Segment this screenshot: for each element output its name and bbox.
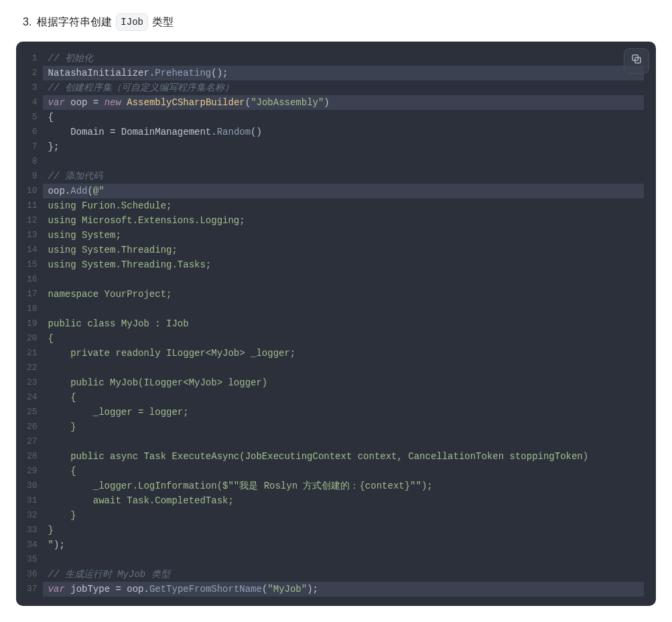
code-line: { [48, 331, 644, 346]
code-line: { [48, 390, 644, 405]
code-line: await Task.CompletedTask; [48, 493, 644, 508]
line-number: 8 [27, 154, 38, 169]
line-number: 9 [27, 169, 38, 184]
line-number: 14 [27, 243, 38, 257]
line-number: 21 [27, 346, 38, 361]
code-line: // 初始化 [48, 51, 644, 66]
line-number: 25 [27, 405, 38, 420]
code-line: }; [48, 139, 644, 154]
code-inner: 1234567891011121314151617181920212223242… [16, 42, 656, 606]
code-line [48, 302, 644, 316]
line-number: 23 [27, 375, 38, 390]
code-line: var jobType = oop.GetTypeFromShortName("… [43, 582, 644, 597]
line-number: 20 [27, 331, 38, 346]
line-number: 10 [27, 184, 38, 198]
code-line: public MyJob(ILogger<MyJob> logger) [48, 375, 644, 390]
code-line: // 创建程序集（可自定义编写程序集名称） [48, 80, 644, 95]
line-number: 37 [27, 582, 38, 597]
code-line: NatashaInitializer.Preheating(); [43, 66, 644, 80]
copy-button[interactable] [624, 48, 649, 74]
line-number: 6 [27, 125, 38, 139]
line-number: 31 [27, 493, 38, 508]
line-number: 1 [27, 51, 38, 66]
step-text-after: 类型 [152, 13, 174, 31]
code-line: using Furion.Schedule; [48, 198, 644, 213]
code-line [48, 434, 644, 449]
line-number: 7 [27, 139, 38, 154]
code-line: } [48, 523, 644, 538]
line-number: 2 [27, 66, 38, 80]
code-line: _logger = logger; [48, 405, 644, 420]
line-number: 24 [27, 390, 38, 405]
step-text-before: 根据字符串创建 [37, 13, 112, 31]
code-line: namespace YourProject; [48, 287, 644, 302]
code-line: // 添加代码 [48, 169, 644, 184]
code-line: private readonly ILogger<MyJob> _logger; [48, 346, 644, 361]
code-block: 1234567891011121314151617181920212223242… [16, 42, 656, 606]
code-line: _logger.LogInformation($""我是 Roslyn 方式创建… [48, 479, 644, 493]
code-line [48, 361, 644, 375]
line-number: 17 [27, 287, 38, 302]
inline-code-ijob: IJob [116, 13, 148, 31]
code-line [48, 552, 644, 567]
page-container: 3. 根据字符串创建 IJob 类型 123456789101112131415… [0, 0, 672, 619]
copy-icon [630, 53, 643, 70]
line-gutter: 1234567891011121314151617181920212223242… [16, 51, 43, 597]
line-number: 16 [27, 272, 38, 287]
line-number: 18 [27, 302, 38, 316]
code-line: Domain = DomainManagement.Random() [48, 125, 644, 139]
line-number: 36 [27, 567, 38, 582]
code-line: public class MyJob : IJob [48, 316, 644, 331]
code-line: using System.Threading.Tasks; [48, 257, 644, 272]
line-number: 5 [27, 110, 38, 125]
code-line: using System; [48, 228, 644, 243]
line-number: 12 [27, 213, 38, 228]
line-number: 26 [27, 420, 38, 434]
line-number: 13 [27, 228, 38, 243]
line-number: 3 [27, 80, 38, 95]
code-line [48, 154, 644, 169]
code-line [48, 272, 644, 287]
line-number: 28 [27, 449, 38, 464]
line-number: 11 [27, 198, 38, 213]
code-line: } [48, 508, 644, 523]
line-number: 19 [27, 316, 38, 331]
code-line: using Microsoft.Extensions.Logging; [48, 213, 644, 228]
code-line: "); [48, 538, 644, 552]
line-number: 33 [27, 523, 38, 538]
code-line: // 生成运行时 MyJob 类型 [48, 567, 644, 582]
step-number: 3. [23, 13, 31, 31]
code-lines: // 初始化NatashaInitializer.Preheating();//… [43, 51, 656, 597]
line-number: 15 [27, 257, 38, 272]
line-number: 27 [27, 434, 38, 449]
code-line: var oop = new AssemblyCSharpBuilder("Job… [43, 95, 644, 110]
code-line: public async Task ExecuteAsync(JobExecut… [48, 449, 644, 464]
line-number: 34 [27, 538, 38, 552]
line-number: 30 [27, 479, 38, 493]
line-number: 32 [27, 508, 38, 523]
step-heading: 3. 根据字符串创建 IJob 类型 [23, 13, 656, 31]
line-number: 35 [27, 552, 38, 567]
line-number: 4 [27, 95, 38, 110]
code-line: { [48, 464, 644, 479]
line-number: 29 [27, 464, 38, 479]
code-line: } [48, 420, 644, 434]
code-line: using System.Threading; [48, 243, 644, 257]
code-line: oop.Add(@" [43, 184, 644, 198]
line-number: 22 [27, 361, 38, 375]
code-line: { [48, 110, 644, 125]
